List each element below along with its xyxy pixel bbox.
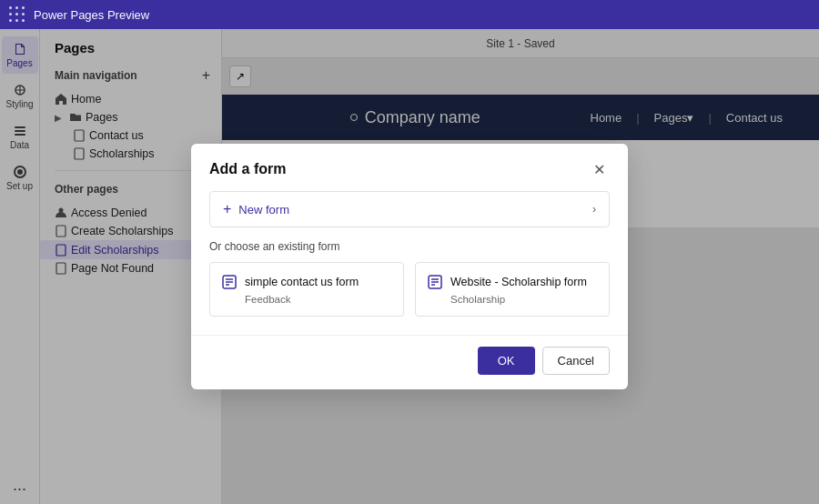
form-card-1-header: simple contact us form: [221, 274, 392, 290]
new-form-plus-icon: +: [223, 201, 231, 217]
modal-overlay: Add a form ✕ + New form › Or choose an e…: [0, 29, 819, 504]
modal-body: + New form › Or choose an existing form: [191, 191, 628, 335]
add-form-modal: Add a form ✕ + New form › Or choose an e…: [191, 144, 628, 389]
form-card-2-header: Website - Scholarship form: [427, 274, 598, 290]
top-bar: Power Pages Preview: [0, 0, 819, 29]
new-form-label: + New form: [223, 201, 289, 217]
modal-title: Add a form: [209, 161, 286, 177]
form-card-simple-contact[interactable]: simple contact us form Feedback: [209, 262, 404, 317]
new-form-row[interactable]: + New form ›: [209, 191, 610, 227]
form-card-scholarship[interactable]: Website - Scholarship form Scholarship: [415, 262, 610, 317]
form-cards: simple contact us form Feedback Website …: [209, 262, 610, 317]
app-title: Power Pages Preview: [34, 8, 149, 22]
form-card-2-sub: Scholarship: [427, 294, 598, 305]
app-grid-icon: [9, 6, 26, 24]
form-card-2-name: Website - Scholarship form: [450, 276, 587, 288]
form-card-1-icon: [221, 274, 238, 290]
ok-button[interactable]: OK: [478, 347, 535, 375]
modal-footer: OK Cancel: [191, 335, 628, 389]
form-card-1-sub: Feedback: [221, 294, 392, 305]
modal-header: Add a form ✕: [191, 144, 628, 191]
cancel-button[interactable]: Cancel: [542, 347, 610, 375]
form-card-1-name: simple contact us form: [245, 276, 359, 288]
modal-close-button[interactable]: ✕: [588, 158, 610, 180]
or-choose-label: Or choose an existing form: [209, 240, 610, 253]
form-card-2-icon: [427, 274, 443, 290]
new-form-chevron-icon: ›: [592, 203, 596, 216]
